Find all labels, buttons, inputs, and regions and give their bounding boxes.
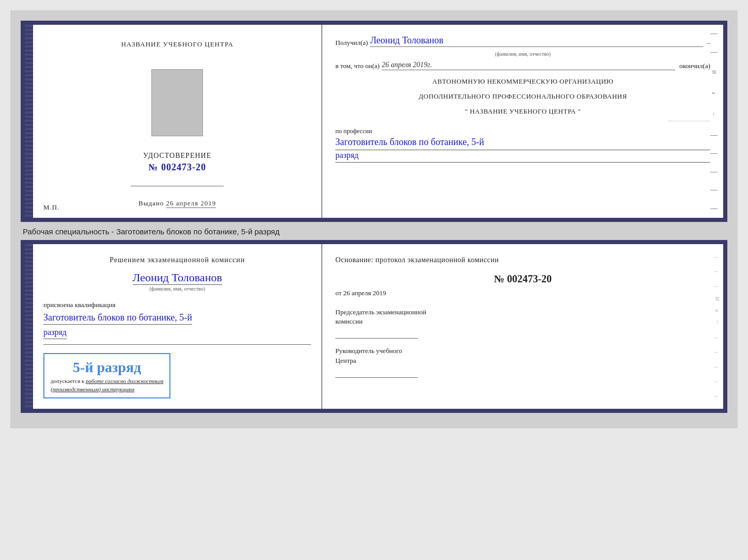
stamp-italic: работе согласно должностным [86, 378, 163, 384]
issued-line: Выдано 26 апреля 2019 [138, 199, 216, 207]
inthat-label: в том, что он(а) [335, 62, 380, 70]
date-finished: 26 апреля 2019г. [382, 61, 675, 70]
chairman-label: Председатель экзаменационной комиссии [335, 308, 710, 326]
stamp-rank: 5-й разряд [51, 359, 163, 376]
date-from-value: 26 апреля 2019 [344, 289, 386, 297]
top-doc-right: Получил(а) Леонид Толованов – (фамилия, … [322, 25, 723, 218]
head-sign-line [335, 367, 418, 378]
doc-spine-top [25, 25, 33, 218]
profession-value: Заготовитель блоков по ботанике, 5-й [335, 136, 710, 150]
top-doc-left: НАЗВАНИЕ УЧЕБНОГО ЦЕНТРА УДОСТОВЕРЕНИЕ №… [33, 25, 322, 218]
received-row: Получил(а) Леонид Толованов – [335, 35, 710, 47]
qual-line1: Заготовитель блоков по ботанике, 5-й [43, 311, 192, 325]
page-container: НАЗВАНИЕ УЧЕБНОГО ЦЕНТРА УДОСТОВЕРЕНИЕ №… [10, 10, 738, 428]
top-document: НАЗВАНИЕ УЧЕБНОГО ЦЕНТРА УДОСТОВЕРЕНИЕ №… [21, 21, 727, 222]
cert-number: № 002473-20 [148, 162, 206, 173]
basis-label: Основание: протокол экзаменационной коми… [335, 254, 710, 265]
inthat-row: в том, что он(а) 26 апреля 2019г. окончи… [335, 61, 710, 70]
stamp-admit: допускается к работе согласно должностны… [51, 378, 163, 384]
received-label: Получил(а) [335, 39, 368, 47]
person-name-bottom: Леонид Толованов [133, 271, 222, 285]
rank-value: разряд [335, 150, 710, 163]
person-name-top: Леонид Толованов [370, 35, 703, 47]
date-from-row: от 26 апреля 2019 [335, 289, 710, 297]
right-deco-top: И а ← [709, 25, 719, 218]
qual-line2: разряд [43, 327, 67, 339]
issued-label: Выдано [138, 199, 164, 207]
head-block: Руководитель учебного Центра [335, 346, 710, 377]
right-deco-bottom: – – – И а ← – – – – – [714, 244, 721, 409]
bottom-document: Решением экзаменационной комиссии Леонид… [21, 240, 727, 413]
org-line2: ДОПОЛНИТЕЛЬНОГО ПРОФЕССИОНАЛЬНОГО ОБРАЗО… [335, 91, 710, 102]
chairman-sign-line [335, 328, 418, 339]
org-line1: АВТОНОМНУЮ НЕКОММЕРЧЕСКУЮ ОРГАНИЗАЦИЮ [335, 76, 710, 87]
org-line3: " НАЗВАНИЕ УЧЕБНОГО ЦЕНТРА " [335, 106, 710, 117]
cert-label: УДОСТОВЕРЕНИЕ [143, 152, 211, 160]
finished-label: окончил(а) [679, 62, 710, 70]
name-sub-bottom: (фамилия, имя, отчество) [43, 286, 311, 292]
mp-label: М.П. [43, 203, 59, 212]
bottom-doc-right: Основание: протокол экзаменационной коми… [322, 244, 723, 409]
protocol-num: № 002473-20 [335, 273, 710, 285]
bottom-doc-left: Решением экзаменационной комиссии Леонид… [33, 244, 322, 409]
center-title-top: НАЗВАНИЕ УЧЕБНОГО ЦЕНТРА [121, 40, 233, 49]
issued-date: 26 апреля 2019 [166, 199, 216, 208]
stamp-box: 5-й разряд допускается к работе согласно… [43, 353, 170, 398]
subtitle: Рабочая специальность - Заготовитель бло… [23, 227, 725, 236]
decision-label: Решением экзаменационной комиссии [43, 254, 311, 265]
photo-placeholder [151, 69, 203, 136]
assigned-label: присвоена квалификация [43, 301, 115, 309]
profession-label: по профессии [335, 127, 710, 135]
date-from-label: от [335, 289, 341, 297]
stamp-italic2: (производственным) инструкциям [51, 386, 163, 392]
chairman-block: Председатель экзаменационной комиссии [335, 308, 710, 339]
name-sub-top: (фамилия, имя, отчество) [335, 51, 710, 57]
head-label: Руководитель учебного Центра [335, 346, 710, 365]
doc-spine-bottom [25, 244, 33, 409]
